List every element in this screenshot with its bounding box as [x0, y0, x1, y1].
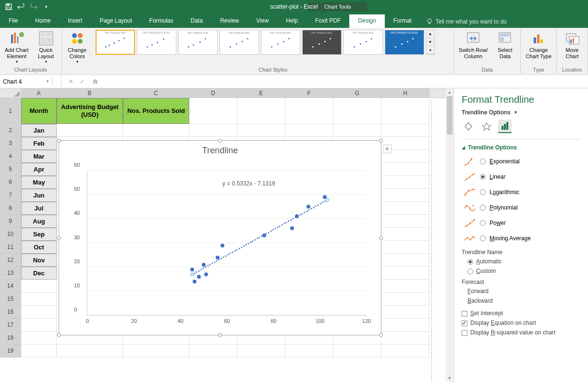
col-header-D[interactable]: D — [189, 88, 237, 98]
trendline[interactable] — [216, 260, 218, 261]
trendline[interactable] — [227, 254, 229, 256]
cell-D19[interactable] — [189, 345, 237, 357]
row-header-18[interactable]: 18 — [0, 332, 21, 345]
cell-A19[interactable] — [21, 345, 57, 357]
qat-customize[interactable]: ▾ — [40, 1, 52, 12]
resize-handle-nw[interactable] — [57, 139, 61, 143]
tab-file[interactable]: File — [0, 14, 26, 28]
gallery-expand-icon[interactable]: ▾ — [427, 46, 434, 54]
row-header-9[interactable]: 9 — [0, 215, 21, 228]
radio-linear[interactable] — [480, 174, 486, 180]
row-header-4[interactable]: 4 — [0, 150, 21, 163]
chart-style-8[interactable]: NOS. PRODUCTS SOLD — [385, 30, 424, 55]
row-header-7[interactable]: 7 — [0, 189, 21, 202]
radio-exponential[interactable] — [480, 159, 486, 164]
cell-A1[interactable]: Month — [21, 98, 57, 124]
cell-A12[interactable]: Nov — [21, 254, 57, 267]
row-header-10[interactable]: 10 — [0, 228, 21, 241]
cell-G2[interactable] — [333, 124, 381, 137]
name-box-dropdown-icon[interactable]: ▼ — [46, 79, 49, 84]
row-header-12[interactable]: 12 — [0, 254, 21, 267]
tab-view[interactable]: View — [248, 14, 278, 28]
row-header-14[interactable]: 14 — [0, 280, 21, 293]
cell-C2[interactable] — [123, 124, 189, 137]
select-all-corner[interactable] — [0, 88, 21, 98]
save-button[interactable] — [3, 1, 14, 12]
cell-E19[interactable] — [237, 345, 285, 357]
cell-A11[interactable]: Oct — [21, 241, 57, 254]
tab-home[interactable]: Home — [26, 14, 59, 28]
row-header-2[interactable]: 2 — [0, 124, 21, 137]
option-display-r-squared[interactable]: Display R-squared value on chart — [462, 328, 580, 337]
pane-tab-fill[interactable] — [462, 120, 475, 133]
trendline[interactable] — [283, 223, 285, 224]
trendline[interactable] — [302, 213, 303, 214]
tab-formulas[interactable]: Formulas — [141, 14, 182, 28]
cell-H11[interactable] — [381, 241, 429, 254]
cell-A18[interactable] — [21, 332, 57, 345]
chart-styles-more[interactable]: ▲▼▾ — [426, 30, 435, 55]
cell-H12[interactable] — [381, 254, 429, 267]
trendline[interactable] — [243, 245, 245, 246]
trendline[interactable] — [214, 261, 215, 263]
cell-H8[interactable] — [381, 202, 429, 215]
scroll-thumb[interactable] — [447, 96, 453, 135]
trendline[interactable] — [322, 202, 323, 203]
tab-format[interactable]: Format — [385, 14, 420, 28]
row-header-17[interactable]: 17 — [0, 319, 21, 332]
radio-power[interactable] — [480, 220, 486, 226]
chart-style-7[interactable]: Nos. Products Sold — [343, 30, 383, 55]
row-header-6[interactable]: 6 — [0, 176, 21, 189]
trendline[interactable] — [272, 229, 274, 231]
trendline[interactable] — [247, 243, 249, 244]
cell-D2[interactable] — [189, 124, 237, 137]
trendline[interactable] — [196, 271, 197, 273]
row-header-8[interactable]: 8 — [0, 202, 21, 215]
cell-A15[interactable] — [21, 293, 57, 306]
trendline[interactable] — [270, 230, 271, 232]
cell-C1[interactable]: Nos. Products Sold — [123, 98, 189, 124]
trendline[interactable] — [310, 208, 312, 209]
tab-page-layout[interactable]: Page Layout — [91, 14, 140, 28]
radio-moving-average[interactable] — [480, 235, 486, 241]
cancel-formula-button[interactable]: ✕ — [65, 78, 76, 85]
tab-insert[interactable]: Insert — [59, 14, 91, 28]
cell-A14[interactable] — [21, 280, 57, 293]
trendline[interactable] — [234, 250, 235, 252]
chart-style-2[interactable]: NOS. PRODUCTS SOLD — [137, 30, 176, 55]
option-polynomial[interactable]: Polynomial — [462, 200, 580, 215]
cell-A6[interactable]: May — [21, 176, 57, 189]
trendline[interactable] — [239, 248, 240, 249]
tab-data[interactable]: Data — [182, 14, 211, 28]
trendline-handle[interactable] — [325, 198, 329, 202]
trendline[interactable] — [295, 217, 296, 218]
cell-H14[interactable] — [381, 280, 429, 293]
col-header-F[interactable]: F — [285, 88, 333, 98]
plot-area[interactable]: 0102030405060020406080100120 — [87, 171, 367, 316]
cell-G19[interactable] — [333, 345, 381, 357]
trendline[interactable] — [297, 215, 298, 217]
row-header-1[interactable]: 1 — [0, 98, 21, 124]
cell-D1[interactable] — [189, 98, 237, 124]
col-header-A[interactable]: A — [21, 88, 57, 98]
row-header-15[interactable]: 15 — [0, 293, 21, 306]
cell-A9[interactable]: Aug — [21, 215, 57, 228]
cell-H6[interactable] — [381, 176, 429, 189]
trendline[interactable] — [308, 209, 310, 210]
undo-button[interactable] — [15, 1, 27, 12]
chart-style-3[interactable]: Nos. Products Sold — [178, 30, 218, 55]
option-automatic[interactable]: Automatic — [462, 257, 580, 266]
data-point[interactable] — [306, 205, 310, 209]
trendline[interactable] — [313, 207, 314, 208]
chart-elements-button[interactable]: + — [383, 145, 392, 153]
trendline[interactable] — [317, 204, 318, 206]
chart-style-4[interactable]: Nos. Products Sold — [220, 30, 259, 55]
option-linear[interactable]: Linear — [462, 169, 580, 185]
trendline[interactable] — [257, 238, 258, 239]
col-header-B[interactable]: B — [57, 88, 123, 98]
trendline[interactable] — [225, 255, 227, 257]
quick-layout-button[interactable]: Quick Layout ▾ — [34, 30, 59, 65]
scroll-up-icon[interactable]: ▲ — [446, 88, 453, 96]
trendline[interactable] — [252, 240, 254, 242]
trendline[interactable] — [241, 246, 242, 248]
